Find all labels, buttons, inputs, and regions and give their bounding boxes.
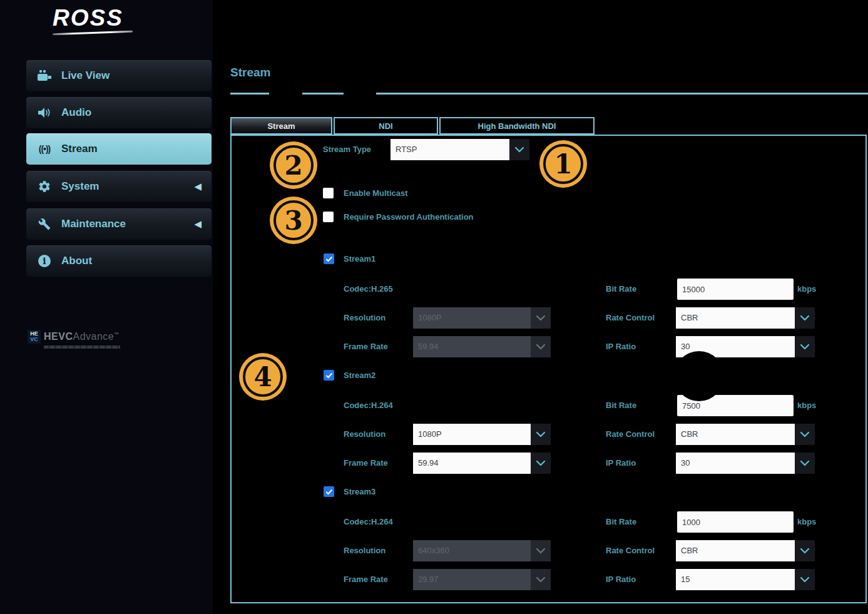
bit-rate-unit: kbps	[797, 517, 816, 527]
sidebar-item-audio[interactable]: Audio	[26, 97, 212, 128]
chevron-down-icon	[795, 424, 815, 445]
stream2-label: Stream2	[344, 371, 375, 381]
resolution-value: 640x360	[413, 540, 531, 561]
sidebar-item-label: Live View	[61, 69, 110, 82]
chevron-down-icon	[531, 424, 551, 445]
black-circle-overlay	[674, 351, 724, 401]
stream2-ip-ratio-select[interactable]: 30	[676, 453, 815, 474]
frame-rate-label: Frame Rate	[344, 342, 388, 352]
tab-high-bandwidth-ndi[interactable]: High Bandwidth NDI	[439, 117, 595, 135]
ip-ratio-value: 15	[676, 569, 795, 590]
ross-logo: ROSS	[53, 5, 140, 34]
rate-control-value: CBR	[676, 307, 795, 329]
stream3-rate-control-select[interactable]: CBR	[676, 540, 815, 561]
bit-rate-unit: kbps	[797, 284, 816, 294]
callout-2: 2	[270, 141, 317, 189]
stream2-section: Stream2 Codec:H.264 Resolution 1080P Fra…	[0, 370, 868, 486]
submenu-collapsed-arrow-icon[interactable]: ◀	[194, 218, 202, 230]
chevron-down-icon	[531, 307, 551, 329]
chevron-down-icon	[795, 540, 815, 561]
speaker-icon	[36, 106, 53, 119]
rate-control-label: Rate Control	[606, 546, 655, 556]
tab-label: High Bandwidth NDI	[478, 121, 556, 131]
sidebar-item-label: Audio	[61, 106, 91, 119]
ip-ratio-value: 30	[676, 453, 795, 474]
stream-type-value: RTSP	[391, 139, 509, 160]
require-password-checkbox[interactable]	[323, 212, 334, 222]
frame-rate-label: Frame Rate	[344, 458, 388, 468]
sidebar-item-label: Stream	[61, 143, 98, 155]
stream3-bit-rate-input[interactable]	[677, 511, 794, 533]
enable-multicast-checkbox[interactable]	[323, 188, 334, 198]
stream1-frame-rate-select: 59.94	[413, 336, 551, 357]
stream2-frame-rate-select[interactable]: 59.94	[413, 453, 551, 474]
stream2-rate-control-select[interactable]: CBR	[676, 424, 815, 445]
sidebar-item-maintenance[interactable]: Maintenance ◀	[26, 208, 212, 240]
stream3-resolution-select: 640x360	[413, 540, 551, 561]
rate-control-label: Rate Control	[606, 313, 655, 323]
frame-rate-value: 59.94	[413, 336, 531, 357]
bit-rate-unit: kbps	[797, 401, 816, 411]
resolution-label: Resolution	[344, 429, 385, 439]
stream2-resolution-select[interactable]: 1080P	[413, 424, 551, 445]
chevron-down-icon	[795, 569, 815, 590]
frame-rate-value: 29.97	[413, 569, 531, 590]
ross-camera-web-ui: ROSS Live View Audio	[0, 0, 868, 614]
frame-rate-label: Frame Rate	[344, 575, 388, 585]
chevron-down-icon	[531, 453, 551, 474]
check-icon	[325, 255, 333, 263]
stream1-rate-control-select[interactable]: CBR	[676, 307, 815, 329]
chevron-down-icon	[795, 336, 815, 357]
rate-control-value: CBR	[676, 424, 795, 445]
callout-4: 4	[239, 353, 287, 401]
tab-ndi[interactable]: NDI	[334, 117, 438, 135]
stream3-ip-ratio-select[interactable]: 15	[676, 569, 815, 590]
check-icon	[325, 372, 333, 379]
resolution-label: Resolution	[344, 546, 385, 556]
enable-multicast-label: Enable Multicast	[344, 188, 408, 198]
resolution-label: Resolution	[344, 313, 385, 323]
chevron-down-icon	[531, 569, 551, 590]
callout-3: 3	[270, 197, 317, 244]
submenu-collapsed-arrow-icon[interactable]: ◀	[194, 181, 202, 192]
chevron-down-icon	[795, 307, 815, 329]
tab-stream[interactable]: Stream	[230, 117, 332, 135]
video-camera-icon	[36, 69, 53, 83]
bit-rate-label: Bit Rate	[606, 517, 636, 527]
stream1-bit-rate-input[interactable]	[677, 279, 794, 300]
page-title: Stream	[230, 66, 270, 79]
sidebar-item-system[interactable]: System ◀	[26, 171, 212, 202]
chevron-down-icon	[795, 453, 815, 474]
stream3-label: Stream3	[344, 487, 375, 497]
stream3-checkbox[interactable]	[324, 486, 334, 497]
ip-ratio-label: IP Ratio	[606, 458, 636, 468]
stream2-checkbox[interactable]	[324, 370, 334, 381]
ip-ratio-label: IP Ratio	[606, 575, 636, 585]
rate-control-value: CBR	[676, 540, 795, 561]
bit-rate-label: Bit Rate	[606, 401, 636, 411]
bit-rate-label: Bit Rate	[606, 284, 636, 294]
stream3-frame-rate-select: 29.97	[413, 569, 551, 590]
sidebar-item-stream[interactable]: ((•)) Stream	[26, 133, 212, 165]
stream1-codec-label: Codec:H.265	[344, 284, 393, 294]
title-underline-segment	[376, 93, 868, 95]
stream-type-select[interactable]: RTSP	[391, 139, 529, 160]
stream1-section: Stream1 Codec:H.265 Resolution 1080P Fra…	[0, 253, 868, 370]
sidebar-item-label: Maintenance	[61, 218, 126, 230]
callout-1: 1	[539, 140, 587, 188]
stream3-section: Stream3 Codec:H.264 Resolution 640x360 F…	[0, 486, 868, 603]
resolution-value: 1080P	[413, 424, 531, 445]
check-icon	[325, 488, 333, 496]
ip-ratio-label: IP Ratio	[606, 342, 636, 352]
sidebar-item-live-view[interactable]: Live View	[26, 60, 212, 91]
chevron-down-icon	[531, 336, 551, 357]
stream-type-label: Stream Type	[323, 145, 371, 155]
stream1-resolution-select: 1080P	[413, 307, 551, 329]
rate-control-label: Rate Control	[606, 429, 655, 439]
require-password-label: Require Password Authentication	[344, 212, 474, 222]
stream1-checkbox[interactable]	[324, 253, 334, 264]
frame-rate-value: 59.94	[413, 453, 531, 474]
broadcast-icon: ((•))	[36, 144, 53, 154]
title-underline-segment	[230, 93, 269, 95]
tab-label: NDI	[379, 121, 392, 131]
